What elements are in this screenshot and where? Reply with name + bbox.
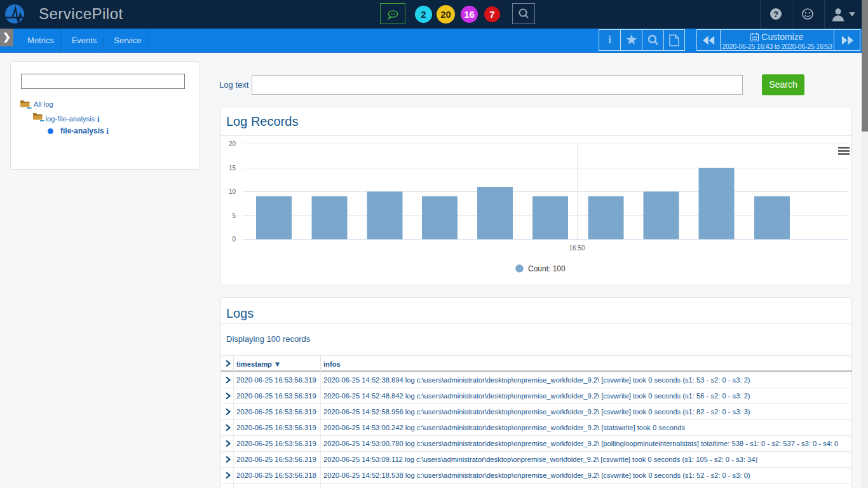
svg-text:20: 20 xyxy=(229,140,236,147)
svg-text:15: 15 xyxy=(229,165,236,172)
svg-text:Count: 100: Count: 100 xyxy=(528,264,566,273)
svg-text:16:50: 16:50 xyxy=(569,245,585,252)
svg-text:10: 10 xyxy=(229,188,236,195)
svg-text:5: 5 xyxy=(232,212,236,219)
svg-text:?: ? xyxy=(773,10,778,19)
svg-text:0: 0 xyxy=(232,236,236,243)
